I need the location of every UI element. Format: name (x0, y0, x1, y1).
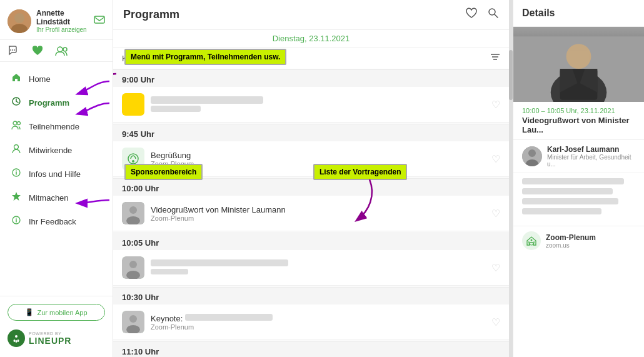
time-header: 11:10 Uhr (113, 341, 509, 357)
mobile-app-label: Zur mobilen App (37, 309, 87, 316)
svg-marker-16 (12, 192, 21, 201)
contacts-icon[interactable] (55, 45, 69, 56)
location-icon (522, 231, 541, 250)
detail-time: 10:00 – 10:05 Uhr, 23.11.2021 (513, 102, 644, 116)
item-heart[interactable]: ♡ (491, 99, 500, 111)
profile-name: Annette Lindstädt (36, 9, 89, 26)
item-heart[interactable]: ♡ (491, 208, 500, 219)
item-heart[interactable]: ♡ (491, 153, 500, 165)
page-title: Programm (123, 8, 455, 21)
sidebar-item-teilnehmende[interactable]: Teilnehmende (0, 114, 113, 138)
time-header: 9:00 Uhr (113, 69, 509, 87)
sidebar-item-programm[interactable]: Programm (0, 91, 113, 114)
sidebar-item-mitmachen[interactable]: Mitmachen (0, 186, 113, 209)
person-name: Karl-Josef Laumann (547, 145, 635, 154)
svg-point-21 (15, 335, 18, 338)
time-header: 10:30 Uhr (113, 287, 509, 304)
svg-point-35 (129, 206, 137, 214)
mobile-app-button[interactable]: 📱 Zur mobilen App (8, 304, 105, 321)
item-text (151, 259, 491, 276)
filter-label: Kein Filter (122, 54, 490, 63)
svg-point-10 (13, 121, 17, 125)
sidebar-item-home[interactable]: Home (0, 67, 113, 91)
svg-rect-31 (124, 150, 142, 168)
item-heart[interactable]: ♡ (491, 316, 500, 328)
sidebar-item-label: Ihr Feedback (29, 217, 76, 226)
svg-point-4 (10, 49, 11, 51)
svg-point-57 (531, 239, 533, 241)
svg-line-26 (495, 14, 498, 18)
sidebar-item-label: Teilnehmende (29, 122, 79, 131)
time-header: 10:00 Uhr (113, 178, 509, 196)
svg-point-38 (129, 261, 137, 268)
heart-header-icon[interactable] (465, 8, 478, 22)
sidebar-item-label: Programm (29, 98, 69, 108)
lineupr-icon (8, 329, 25, 347)
detail-person: Karl-Josef Laumann Minister für Arbeit, … (513, 140, 644, 173)
main-header: Programm (113, 0, 509, 30)
schedule-area: 9:00 Uhr ♡ 9:45 Uhr (113, 69, 509, 357)
filter-bar[interactable]: Kein Filter (113, 48, 509, 69)
svg-point-19 (16, 218, 17, 219)
person-silhouette (513, 27, 644, 102)
schedule-item[interactable]: Keynote: Zoom-Plenum ♡ (113, 304, 509, 340)
heart-icon-sidebar[interactable] (31, 45, 44, 56)
svg-point-12 (14, 145, 19, 149)
mobile-icon: 📱 (25, 308, 34, 316)
schedule-item[interactable]: ♡ (113, 250, 509, 286)
time-header: 10:05 Uhr (113, 233, 509, 250)
message-icon[interactable] (94, 16, 105, 27)
sidebar-item-label: Mitmachen (29, 193, 69, 203)
sidebar-item-feedback[interactable]: Ihr Feedback (0, 209, 113, 233)
svg-point-1 (14, 13, 24, 23)
svg-point-55 (528, 149, 536, 157)
search-header-icon[interactable] (488, 8, 499, 22)
info-icon (10, 168, 23, 180)
profile-link[interactable]: Ihr Profil anzeigen (36, 26, 89, 33)
lineupr-logo: POWERED BY LINEUPR (8, 327, 105, 349)
svg-point-22 (14, 339, 16, 342)
svg-rect-3 (94, 16, 104, 23)
svg-point-23 (16, 340, 18, 343)
location-name: Zoom-Plenum (546, 233, 596, 242)
detail-blurred-content (513, 173, 644, 223)
sidebar-item-label: Infos und Hilfe (29, 169, 81, 179)
svg-point-8 (63, 48, 67, 51)
home-icon (10, 73, 23, 85)
details-header: Details (513, 0, 644, 27)
blur-line (522, 178, 624, 184)
svg-rect-49 (568, 50, 590, 64)
person-role: Minister für Arbeit, Gesundheit u... (547, 154, 635, 168)
item-icon (122, 93, 144, 116)
schedule-item[interactable]: Videogruß​wort von Minister Laumann Zoom… (113, 196, 509, 231)
powered-by-text: POWERED BY (29, 331, 71, 336)
item-text: Keynote: Zoom-Plenum (151, 314, 491, 331)
blur-line (522, 208, 601, 214)
person-avatar (522, 146, 542, 166)
schedule-item[interactable]: Begrüßung Zoom-Plenum ♡ (113, 141, 509, 177)
item-icon (122, 148, 144, 170)
person-icon (10, 144, 23, 156)
sidebar-item-label: Mitwirkende (29, 146, 72, 155)
schedule-item[interactable]: ♡ (113, 87, 509, 123)
item-person-icon (122, 311, 144, 333)
svg-point-33 (132, 160, 134, 163)
blur-line (522, 188, 613, 194)
lineupr-name: LINEUPR (29, 336, 71, 346)
svg-rect-30 (124, 96, 142, 113)
date-bar: Dienstag, 23.11.2021 (113, 30, 509, 48)
date-label: Dienstag, 23.11.2021 (273, 34, 350, 43)
sidebar-item-mitwirkende[interactable]: Mitwirkende (0, 138, 113, 162)
item-heart[interactable]: ♡ (491, 262, 500, 274)
svg-point-15 (16, 170, 17, 171)
detail-event-title: Videogruß​wort von Minister Lau... (513, 116, 644, 140)
filter-icon[interactable] (490, 53, 500, 64)
sidebar-item-infos[interactable]: Infos und Hilfe (0, 162, 113, 186)
detail-location: Zoom-Plenum zoom.us (513, 226, 644, 255)
svg-point-5 (12, 49, 13, 51)
sidebar: Annette Lindstädt Ihr Profil anzeigen (0, 0, 113, 357)
info-icon-feedback (10, 215, 23, 228)
star-icon (10, 191, 23, 204)
chat-icon[interactable] (8, 45, 20, 56)
blur-line (522, 198, 618, 204)
